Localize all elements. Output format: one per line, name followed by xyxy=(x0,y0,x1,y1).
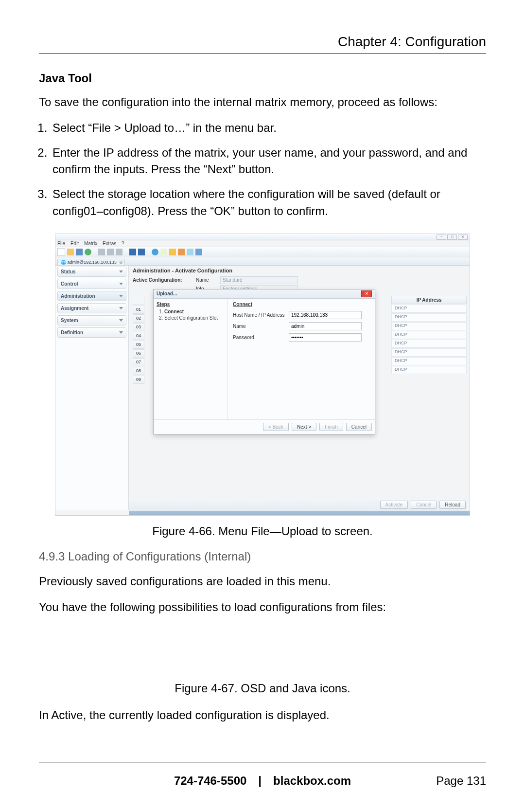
figure-4-66-screenshot: − □ ✕ File Edit Matrix Extras ? xyxy=(55,234,470,516)
menu-file[interactable]: File xyxy=(57,241,65,246)
row-number[interactable]: 01 xyxy=(133,306,144,314)
ip-address-column: IP Address DHCP DHCP DHCP DHCP DHCP DHCP… xyxy=(391,296,467,375)
username-input[interactable] xyxy=(289,322,362,330)
open-icon[interactable] xyxy=(67,249,74,255)
sidebar-item-definition[interactable]: Definition xyxy=(57,327,126,338)
dialog-close-button[interactable]: ✕ xyxy=(361,290,372,297)
divider-bottom xyxy=(39,762,486,762)
active-configuration-label: Active Configuration: xyxy=(133,277,191,283)
chevron-down-icon xyxy=(119,283,123,285)
ip-address-header: IP Address xyxy=(391,296,467,304)
loading-paragraph-2: You have the following possibilities to … xyxy=(39,599,486,616)
sidebar-item-system[interactable]: System xyxy=(57,315,126,325)
globe-icon: 🌐 xyxy=(61,260,66,265)
row-number[interactable]: 09 xyxy=(133,376,144,384)
menu-help[interactable]: ? xyxy=(122,241,124,246)
sidebar-item-label: System xyxy=(61,318,78,323)
dialog-form-panel: Connect Host Name / IP Address Name Pass… xyxy=(228,299,375,419)
dialog-steps-header: Steps xyxy=(157,302,225,307)
refresh-icon[interactable] xyxy=(85,249,91,255)
dialog-steps-panel: Steps Connect Select Configuration Slot xyxy=(154,299,228,419)
cut-icon[interactable] xyxy=(98,249,105,255)
next-button[interactable]: Next > xyxy=(292,423,316,431)
menu-matrix[interactable]: Matrix xyxy=(84,241,97,246)
save-icon[interactable] xyxy=(76,249,83,255)
row-number[interactable]: 08 xyxy=(133,367,144,375)
sidebar-item-label: Status xyxy=(61,269,76,274)
flash-icon[interactable] xyxy=(160,249,167,255)
host-input[interactable] xyxy=(289,311,362,319)
device-icon[interactable] xyxy=(169,249,176,255)
report-icon[interactable] xyxy=(187,249,193,255)
monitor-icon[interactable] xyxy=(152,249,158,255)
new-icon[interactable] xyxy=(57,248,65,256)
step-3: Select the storage location where the co… xyxy=(51,186,486,220)
chevron-down-icon xyxy=(119,271,123,273)
menu-extras[interactable]: Extras xyxy=(103,241,116,246)
ip-cell: DHCP xyxy=(391,322,467,330)
sidebar-item-label: Definition xyxy=(61,330,83,335)
name-label: Name xyxy=(196,277,215,283)
name-field: Standard xyxy=(220,276,298,284)
ip-cell: DHCP xyxy=(391,305,467,313)
row-number[interactable]: 06 xyxy=(133,349,144,358)
footer-contact: 724-746-5500 | blackbox.com xyxy=(112,774,413,788)
connection-tab[interactable]: 🌐 admin@192.168.100.133 ⊗ xyxy=(57,259,125,265)
window-titlebar: − □ ✕ xyxy=(55,234,470,240)
sidebar-item-control[interactable]: Control xyxy=(57,279,126,289)
row-number[interactable]: 07 xyxy=(133,358,144,366)
download-icon[interactable] xyxy=(138,249,145,255)
ip-cell: DHCP xyxy=(391,357,467,365)
paste-icon[interactable] xyxy=(116,249,122,255)
figure-4-67-caption: Figure 4-67. OSD and Java icons. xyxy=(39,682,486,695)
dialog-button-row: < Back Next > Finish Cancel xyxy=(154,419,375,434)
ip-cell: DHCP xyxy=(391,331,467,339)
main-footer-buttons: Activate Cancel Reload xyxy=(129,498,467,511)
settings-icon[interactable] xyxy=(195,249,202,255)
chevron-down-icon xyxy=(119,331,123,334)
sidebar-item-assignment[interactable]: Assignment xyxy=(57,303,126,313)
row-number[interactable]: 03 xyxy=(133,323,144,331)
copy-icon[interactable] xyxy=(107,249,114,255)
finish-button[interactable]: Finish xyxy=(319,423,343,431)
step-2: Enter the IP address of the matrix, your… xyxy=(51,144,486,179)
sidebar-item-label: Assignment xyxy=(61,306,88,311)
subsection-4-9-3-heading: 4.9.3 Loading of Configurations (Interna… xyxy=(39,550,486,563)
activate-button[interactable]: Activate xyxy=(380,501,408,509)
page-number: Page 131 xyxy=(413,774,486,788)
ip-cell: DHCP xyxy=(391,340,467,348)
chevron-down-icon xyxy=(119,307,123,309)
sidebar-item-status[interactable]: Status xyxy=(57,267,126,277)
username-label: Name xyxy=(233,324,289,329)
sidebar-item-label: Administration xyxy=(61,293,95,299)
back-button[interactable]: < Back xyxy=(263,423,289,431)
reload-button[interactable]: Reload xyxy=(439,501,466,509)
sidebar: Status Control Administration Assignment… xyxy=(55,266,129,510)
menu-bar: File Edit Matrix Extras ? xyxy=(55,240,470,247)
connection-tab-label: admin@192.168.100.133 xyxy=(68,260,117,265)
tab-close-icon[interactable]: ⊗ xyxy=(119,260,123,265)
sidebar-item-administration[interactable]: Administration xyxy=(57,291,126,301)
window-close-button[interactable]: ✕ xyxy=(458,235,468,240)
window-minimize-button[interactable]: − xyxy=(437,235,446,240)
row-number[interactable]: 02 xyxy=(133,314,144,323)
menu-edit[interactable]: Edit xyxy=(70,241,79,246)
loading-paragraph-1: Previously saved configurations are load… xyxy=(39,573,486,590)
toolbar xyxy=(55,247,470,257)
upload-icon[interactable] xyxy=(129,249,136,255)
dialog-cancel-button[interactable]: Cancel xyxy=(346,423,372,431)
ip-cell: DHCP xyxy=(391,366,467,374)
cancel-button[interactable]: Cancel xyxy=(411,501,437,509)
page-footer: 724-746-5500 | blackbox.com Page 131 xyxy=(39,758,486,788)
system-icon[interactable] xyxy=(178,249,185,255)
dialog-title: Upload... xyxy=(157,289,177,298)
intro-save: To save the configuration into the inter… xyxy=(39,94,486,111)
figure-4-67-placeholder xyxy=(39,624,486,673)
ip-cell: DHCP xyxy=(391,348,467,357)
status-bar xyxy=(129,511,470,516)
figure-4-66-caption: Figure 4-66. Menu File—Upload to screen. xyxy=(39,524,486,538)
row-number[interactable]: 04 xyxy=(133,332,144,340)
row-number[interactable]: 05 xyxy=(133,341,144,349)
window-maximize-button[interactable]: □ xyxy=(447,235,457,240)
password-input[interactable] xyxy=(289,333,362,342)
